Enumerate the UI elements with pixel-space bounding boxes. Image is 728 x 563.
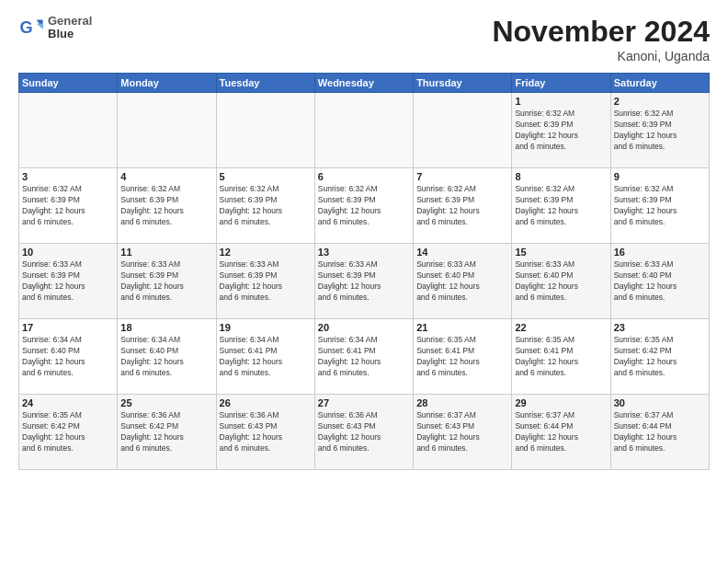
day-number: 13 — [318, 247, 410, 258]
day-info: Sunrise: 6:33 AMSunset: 6:40 PMDaylight:… — [416, 259, 508, 304]
day-number: 2 — [614, 96, 706, 107]
calendar-week-1: 1Sunrise: 6:32 AMSunset: 6:39 PMDaylight… — [19, 93, 710, 168]
day-number: 29 — [515, 397, 607, 408]
day-number: 14 — [416, 247, 508, 258]
day-info: Sunrise: 6:32 AMSunset: 6:39 PMDaylight:… — [120, 184, 212, 228]
day-info: Sunrise: 6:32 AMSunset: 6:39 PMDaylight:… — [614, 184, 706, 228]
calendar-cell — [19, 93, 118, 168]
svg-marker-2 — [37, 24, 43, 29]
calendar-cell: 18Sunrise: 6:34 AMSunset: 6:40 PMDayligh… — [118, 319, 216, 395]
day-number: 27 — [318, 397, 410, 408]
day-number: 12 — [220, 247, 312, 258]
calendar-cell: 7Sunrise: 6:32 AMSunset: 6:39 PMDaylight… — [414, 168, 512, 244]
calendar-cell: 21Sunrise: 6:35 AMSunset: 6:41 PMDayligh… — [414, 319, 512, 395]
col-wednesday: Wednesday — [314, 74, 413, 93]
day-info: Sunrise: 6:34 AMSunset: 6:41 PMDaylight:… — [318, 335, 410, 379]
header-row: Sunday Monday Tuesday Wednesday Thursday… — [19, 74, 710, 93]
calendar-cell: 26Sunrise: 6:36 AMSunset: 6:43 PMDayligh… — [216, 395, 314, 470]
calendar-cell — [314, 93, 413, 168]
day-number: 4 — [120, 171, 212, 182]
day-info: Sunrise: 6:35 AMSunset: 6:41 PMDaylight:… — [515, 335, 607, 379]
header: G General Blue November 2024 Kanoni, Uga… — [18, 15, 710, 63]
calendar-cell: 2Sunrise: 6:32 AMSunset: 6:39 PMDaylight… — [610, 93, 709, 168]
calendar-cell: 8Sunrise: 6:32 AMSunset: 6:39 PMDaylight… — [512, 168, 610, 244]
col-thursday: Thursday — [414, 74, 512, 93]
day-info: Sunrise: 6:32 AMSunset: 6:39 PMDaylight:… — [515, 109, 607, 153]
day-number: 7 — [416, 171, 508, 182]
location: Kanoni, Uganda — [492, 49, 710, 63]
day-number: 28 — [416, 397, 508, 408]
day-info: Sunrise: 6:33 AMSunset: 6:39 PMDaylight:… — [220, 259, 312, 304]
day-number: 25 — [120, 397, 212, 408]
day-info: Sunrise: 6:33 AMSunset: 6:39 PMDaylight:… — [120, 259, 212, 304]
day-number: 16 — [614, 247, 706, 258]
day-info: Sunrise: 6:35 AMSunset: 6:41 PMDaylight:… — [416, 335, 508, 379]
col-friday: Friday — [512, 74, 610, 93]
calendar-cell: 29Sunrise: 6:37 AMSunset: 6:44 PMDayligh… — [512, 395, 610, 470]
day-number: 15 — [515, 247, 607, 258]
col-monday: Monday — [118, 74, 216, 93]
day-number: 30 — [614, 397, 706, 408]
day-number: 10 — [22, 247, 114, 258]
calendar-cell: 10Sunrise: 6:33 AMSunset: 6:39 PMDayligh… — [19, 244, 118, 319]
calendar-week-5: 24Sunrise: 6:35 AMSunset: 6:42 PMDayligh… — [19, 395, 710, 470]
svg-text:G: G — [19, 18, 32, 37]
calendar-cell: 22Sunrise: 6:35 AMSunset: 6:41 PMDayligh… — [512, 319, 610, 395]
page: G General Blue November 2024 Kanoni, Uga… — [0, 0, 728, 563]
col-saturday: Saturday — [610, 74, 709, 93]
calendar-body: 1Sunrise: 6:32 AMSunset: 6:39 PMDaylight… — [19, 93, 710, 470]
day-number: 3 — [22, 171, 114, 182]
day-number: 5 — [220, 171, 312, 182]
day-info: Sunrise: 6:34 AMSunset: 6:40 PMDaylight:… — [120, 335, 212, 379]
logo-line2: Blue — [48, 28, 92, 40]
calendar-cell: 3Sunrise: 6:32 AMSunset: 6:39 PMDaylight… — [19, 168, 118, 244]
calendar-cell: 30Sunrise: 6:37 AMSunset: 6:44 PMDayligh… — [610, 395, 709, 470]
day-info: Sunrise: 6:35 AMSunset: 6:42 PMDaylight:… — [22, 410, 114, 454]
calendar-cell: 15Sunrise: 6:33 AMSunset: 6:40 PMDayligh… — [512, 244, 610, 319]
day-number: 20 — [318, 322, 410, 333]
day-number: 26 — [220, 397, 312, 408]
calendar-cell: 24Sunrise: 6:35 AMSunset: 6:42 PMDayligh… — [19, 395, 118, 470]
col-tuesday: Tuesday — [216, 74, 314, 93]
day-number: 21 — [416, 322, 508, 333]
day-number: 19 — [220, 322, 312, 333]
day-info: Sunrise: 6:33 AMSunset: 6:40 PMDaylight:… — [614, 259, 706, 304]
title-area: November 2024 Kanoni, Uganda — [492, 15, 710, 63]
calendar-cell: 27Sunrise: 6:36 AMSunset: 6:43 PMDayligh… — [314, 395, 413, 470]
logo-text: General Blue — [48, 15, 92, 41]
calendar-cell: 23Sunrise: 6:35 AMSunset: 6:42 PMDayligh… — [610, 319, 709, 395]
calendar-header: Sunday Monday Tuesday Wednesday Thursday… — [19, 74, 710, 93]
calendar-cell: 1Sunrise: 6:32 AMSunset: 6:39 PMDaylight… — [512, 93, 610, 168]
day-number: 9 — [614, 171, 706, 182]
calendar-week-4: 17Sunrise: 6:34 AMSunset: 6:40 PMDayligh… — [19, 319, 710, 395]
day-info: Sunrise: 6:37 AMSunset: 6:43 PMDaylight:… — [416, 410, 508, 454]
day-info: Sunrise: 6:34 AMSunset: 6:40 PMDaylight:… — [22, 335, 114, 379]
day-info: Sunrise: 6:33 AMSunset: 6:39 PMDaylight:… — [318, 259, 410, 304]
calendar-cell: 19Sunrise: 6:34 AMSunset: 6:41 PMDayligh… — [216, 319, 314, 395]
calendar: Sunday Monday Tuesday Wednesday Thursday… — [18, 73, 710, 470]
calendar-cell: 17Sunrise: 6:34 AMSunset: 6:40 PMDayligh… — [19, 319, 118, 395]
calendar-cell: 25Sunrise: 6:36 AMSunset: 6:42 PMDayligh… — [118, 395, 216, 470]
day-info: Sunrise: 6:33 AMSunset: 6:39 PMDaylight:… — [22, 259, 114, 304]
day-info: Sunrise: 6:32 AMSunset: 6:39 PMDaylight:… — [614, 109, 706, 153]
calendar-cell: 14Sunrise: 6:33 AMSunset: 6:40 PMDayligh… — [414, 244, 512, 319]
day-number: 23 — [614, 322, 706, 333]
calendar-cell: 4Sunrise: 6:32 AMSunset: 6:39 PMDaylight… — [118, 168, 216, 244]
day-number: 11 — [120, 247, 212, 258]
calendar-cell: 9Sunrise: 6:32 AMSunset: 6:39 PMDaylight… — [610, 168, 709, 244]
day-info: Sunrise: 6:32 AMSunset: 6:39 PMDaylight:… — [416, 184, 508, 228]
day-info: Sunrise: 6:32 AMSunset: 6:39 PMDaylight:… — [318, 184, 410, 228]
calendar-cell — [118, 93, 216, 168]
logo: G General Blue — [18, 15, 92, 41]
day-number: 8 — [515, 171, 607, 182]
day-number: 24 — [22, 397, 114, 408]
calendar-cell: 11Sunrise: 6:33 AMSunset: 6:39 PMDayligh… — [118, 244, 216, 319]
day-number: 17 — [22, 322, 114, 333]
calendar-cell — [216, 93, 314, 168]
day-info: Sunrise: 6:36 AMSunset: 6:43 PMDaylight:… — [318, 410, 410, 454]
day-info: Sunrise: 6:32 AMSunset: 6:39 PMDaylight:… — [22, 184, 114, 228]
calendar-cell: 6Sunrise: 6:32 AMSunset: 6:39 PMDaylight… — [314, 168, 413, 244]
day-info: Sunrise: 6:35 AMSunset: 6:42 PMDaylight:… — [614, 335, 706, 379]
calendar-week-2: 3Sunrise: 6:32 AMSunset: 6:39 PMDaylight… — [19, 168, 710, 244]
calendar-cell — [414, 93, 512, 168]
